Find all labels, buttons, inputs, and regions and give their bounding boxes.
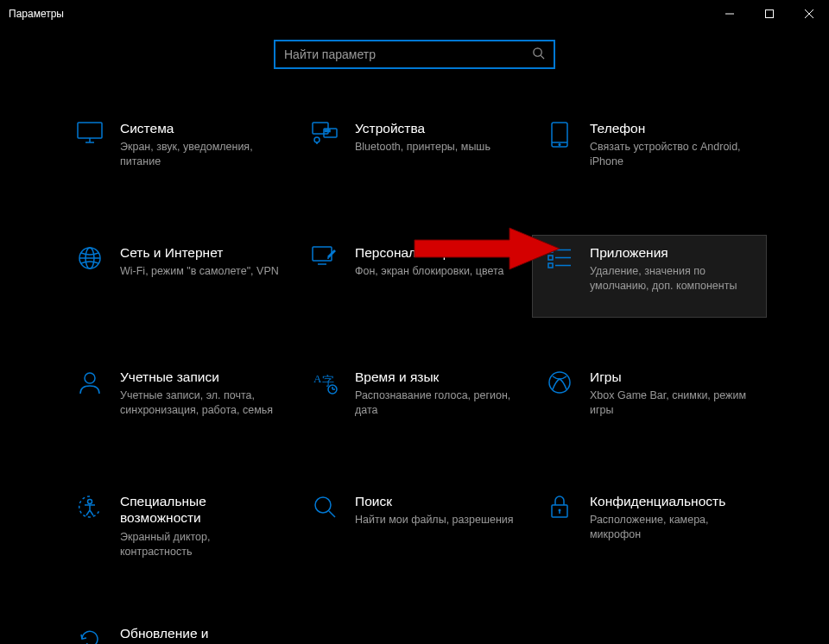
tile-title: Учетные записи xyxy=(120,369,284,385)
tile-title: Телефон xyxy=(590,120,754,136)
tile-search[interactable]: Поиск Найти мои файлы, разрешения xyxy=(297,483,532,574)
svg-rect-24 xyxy=(548,248,553,252)
tile-desc: Распознавание голоса, регион, дата xyxy=(355,388,519,418)
tile-desc: Расположение, камера, микрофон xyxy=(590,513,754,542)
tile-title: Специальные возможности xyxy=(120,493,284,527)
svg-rect-6 xyxy=(78,123,102,138)
tile-title: Время и язык xyxy=(355,369,519,385)
tile-desc: Связать устройство с Android, iPhone xyxy=(590,140,754,169)
svg-line-39 xyxy=(329,511,335,517)
accounts-icon xyxy=(75,369,104,427)
svg-point-4 xyxy=(534,47,541,55)
settings-grid: Система Экран, звук, уведомления, питани… xyxy=(0,110,829,644)
svg-rect-12 xyxy=(328,130,330,132)
svg-point-17 xyxy=(559,144,560,146)
tile-gaming[interactable]: Игры Xbox Game Bar, снимки, режим игры xyxy=(532,359,767,442)
svg-point-37 xyxy=(88,500,92,504)
system-icon xyxy=(75,120,104,179)
svg-line-5 xyxy=(541,55,544,59)
svg-point-38 xyxy=(315,497,331,513)
search-wrap xyxy=(0,40,829,69)
tile-desc: Bluetooth, принтеры, мышь xyxy=(355,140,519,155)
tile-title: Устройства xyxy=(355,120,519,136)
tile-desc: Учетные записи, эл. почта, синхронизация… xyxy=(120,388,284,418)
tile-time-language[interactable]: A字 Время и язык Распознавание голоса, ре… xyxy=(297,359,532,442)
tile-title: Сеть и Интернет xyxy=(120,244,284,261)
svg-text:A: A xyxy=(313,372,322,385)
tile-system[interactable]: Система Экран, звук, уведомления, питани… xyxy=(62,110,297,193)
svg-point-13 xyxy=(314,137,320,142)
tile-title: Персонализация xyxy=(355,244,519,261)
tile-privacy[interactable]: Конфиденциальность Расположение, камера,… xyxy=(532,483,767,574)
titlebar: Параметры xyxy=(0,0,829,28)
maximize-button[interactable] xyxy=(750,0,789,28)
window-title: Параметры xyxy=(9,8,64,20)
svg-point-30 xyxy=(85,373,95,383)
svg-rect-28 xyxy=(548,263,553,268)
tile-personalization[interactable]: Персонализация Фон, экран блокировки, цв… xyxy=(297,235,532,318)
tile-title: Поиск xyxy=(355,493,519,509)
tile-network[interactable]: Сеть и Интернет Wi-Fi, режим "в самолете… xyxy=(62,235,297,318)
tile-ease-of-access[interactable]: Специальные возможности Экранный диктор,… xyxy=(62,483,297,574)
tile-title: Приложения xyxy=(590,244,754,261)
tile-update[interactable]: Обновление и безопасность Обновления Win… xyxy=(62,616,297,645)
maximize-icon xyxy=(765,9,774,18)
svg-rect-15 xyxy=(552,123,567,147)
search-icon xyxy=(532,47,545,63)
tile-title: Система xyxy=(120,120,284,136)
close-icon xyxy=(805,9,813,18)
window-controls xyxy=(710,0,829,28)
tile-title: Обновление и безопасность xyxy=(120,625,284,645)
search-input[interactable] xyxy=(284,47,532,61)
tile-desc: Wi-Fi, режим "в самолете", VPN xyxy=(120,264,284,279)
search-box[interactable] xyxy=(274,40,555,69)
tile-title: Конфиденциальность xyxy=(590,493,754,509)
tile-desc: Фон, экран блокировки, цвета xyxy=(355,264,519,279)
personalization-icon xyxy=(310,244,339,303)
svg-rect-26 xyxy=(548,256,553,260)
tile-desc: Удаление, значения по умолчанию, доп. ко… xyxy=(590,264,754,294)
apps-icon xyxy=(545,244,574,303)
minimize-button[interactable] xyxy=(710,0,750,28)
tile-desc: Xbox Game Bar, снимки, режим игры xyxy=(590,388,754,418)
tile-devices[interactable]: Устройства Bluetooth, принтеры, мышь xyxy=(297,110,532,193)
search-tile-icon xyxy=(310,493,339,559)
ease-of-access-icon xyxy=(75,493,104,559)
time-language-icon: A字 xyxy=(310,369,339,427)
lock-icon xyxy=(545,493,574,559)
devices-icon xyxy=(310,120,339,179)
svg-point-36 xyxy=(549,372,570,393)
svg-rect-1 xyxy=(766,10,774,18)
close-button[interactable] xyxy=(789,0,829,28)
tile-apps[interactable]: Приложения Удаление, значения по умолчан… xyxy=(532,235,767,318)
tile-desc: Экранный диктор, контрастность xyxy=(120,530,284,559)
xbox-icon xyxy=(545,369,574,427)
phone-icon xyxy=(545,120,574,179)
update-icon xyxy=(75,625,104,645)
tile-title: Игры xyxy=(590,369,754,385)
tile-accounts[interactable]: Учетные записи Учетные записи, эл. почта… xyxy=(62,359,297,442)
tile-desc: Найти мои файлы, разрешения xyxy=(355,513,519,527)
minimize-icon xyxy=(725,9,734,18)
globe-icon xyxy=(75,244,104,303)
tile-desc: Экран, звук, уведомления, питание xyxy=(120,140,284,169)
tile-phone[interactable]: Телефон Связать устройство с Android, iP… xyxy=(532,110,767,193)
svg-rect-11 xyxy=(326,130,327,132)
